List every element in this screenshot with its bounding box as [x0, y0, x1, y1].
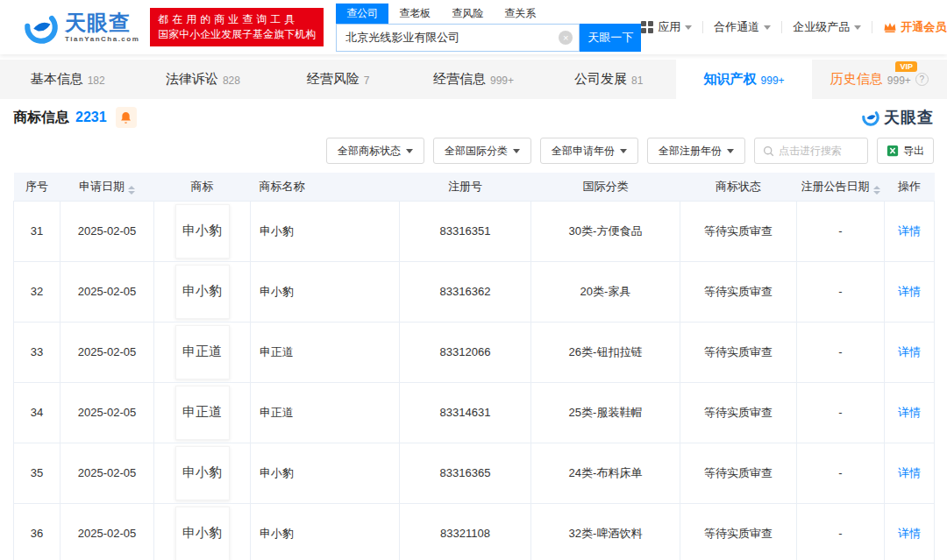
company-tabbar: 基本信息 182 法律诉讼 828 经营风险 7 经营信息 999+ 公司发展 … [0, 60, 947, 99]
trademark-table: 序号 申请日期 商标 商标名称 注册号 国际分类 商标状态 注册公告日期 操作 … [13, 173, 935, 560]
trademark-image[interactable]: 申小豹 [175, 507, 230, 560]
cell-status: 等待实质审查 [680, 443, 797, 503]
tab-basic-info[interactable]: 基本信息 182 [0, 60, 135, 99]
section-title: 商标信息 [13, 109, 69, 127]
section-count: 2231 [75, 110, 107, 125]
trademark-image[interactable]: 申小豹 [175, 446, 230, 500]
menu-apps[interactable]: 应用 [641, 19, 692, 35]
sort-icon [128, 186, 135, 195]
filter-register-year[interactable]: 全部注册年份 [647, 138, 745, 164]
trademark-image[interactable]: 申小豹 [175, 204, 230, 259]
table-row: 35 2025-02-05 申小豹 申小豹 83316365 24类-布料床单 … [14, 443, 935, 503]
cell-mark-image: 申小豹 [154, 261, 251, 322]
navbar-menu: 应用 合作通道 企业级产品 开通会员 [641, 18, 947, 37]
cell-reg-number: 83316362 [400, 261, 531, 322]
subscribe-bell-button[interactable] [116, 107, 137, 128]
trademark-image[interactable]: 申正道 [175, 325, 230, 379]
filter-label: 全部商标状态 [338, 144, 401, 159]
tab-label: 经营信息 [433, 71, 486, 88]
tab-operation-info[interactable]: 经营信息 999+ [406, 60, 541, 99]
cell-publish-date: - [797, 503, 885, 560]
filter-apply-year[interactable]: 全部申请年份 [540, 138, 638, 164]
chevron-down-icon [406, 149, 413, 153]
menu-vip[interactable]: 开通会员 [883, 19, 947, 35]
help-icon[interactable]: ? [915, 73, 929, 86]
col-publish-date-sort[interactable]: 注册公告日期 [797, 173, 885, 201]
trademark-image[interactable]: 申正道 [175, 386, 230, 440]
cell-index: 33 [14, 322, 61, 382]
cell-mark-image: 申正道 [154, 382, 251, 443]
detail-link[interactable]: 详情 [898, 406, 921, 419]
tianyancha-logo-icon [23, 9, 60, 46]
col-apply-date-sort[interactable]: 申请日期 [61, 173, 154, 201]
tab-label: 知识产权 [704, 71, 757, 88]
tab-history-info[interactable]: VIP 历史信息 999+ ? [812, 60, 947, 99]
cell-action: 详情 [885, 261, 935, 322]
col-action: 操作 [885, 173, 935, 201]
table-search-box [754, 138, 868, 164]
table-row: 34 2025-02-05 申正道 申正道 83314631 25类-服装鞋帽 … [14, 382, 935, 443]
tab-operation-risk[interactable]: 经营风险 7 [271, 60, 406, 99]
tab-count: 81 [631, 74, 643, 87]
divider [872, 21, 872, 33]
tab-company-development[interactable]: 公司发展 81 [541, 60, 676, 99]
tab-label: 经营风险 [307, 71, 360, 88]
cell-mark-name: 申正道 [251, 322, 400, 382]
search-input-wrap: × [336, 24, 580, 52]
cell-intl-class: 32类-啤酒饮料 [531, 503, 680, 560]
tab-intellectual-property[interactable]: 知识产权 999+ [676, 60, 811, 99]
cell-status: 等待实质审查 [680, 201, 797, 261]
promo-line1: 都在用的商业查询工具 [158, 12, 316, 27]
search-input[interactable] [336, 24, 580, 52]
apps-grid-icon [641, 21, 653, 33]
cell-mark-name: 申正道 [251, 382, 400, 443]
detail-link[interactable]: 详情 [898, 224, 921, 237]
promo-line2: 国家中小企业发展子基金旗下机构 [158, 27, 316, 42]
cell-mark-image: 申小豹 [154, 201, 251, 261]
menu-partner[interactable]: 合作通道 [714, 19, 771, 35]
divider [702, 21, 703, 33]
top-navbar: 天眼查 TianYanCha.com 都在用的商业查询工具 国家中小企业发展子基… [0, 0, 947, 54]
excel-icon [886, 145, 899, 157]
cell-apply-date: 2025-02-05 [61, 443, 154, 503]
table-search-input[interactable] [779, 145, 859, 157]
promo-banner: 都在用的商业查询工具 国家中小企业发展子基金旗下机构 [150, 8, 324, 46]
tianyancha-logo[interactable]: 天眼查 TianYanCha.com [23, 9, 139, 46]
chevron-down-icon [854, 25, 861, 30]
filter-label: 全部注册年份 [659, 144, 722, 159]
search-tab-risk[interactable]: 查风险 [441, 4, 494, 24]
cell-intl-class: 25类-服装鞋帽 [531, 382, 680, 443]
search-tab-boss[interactable]: 查老板 [388, 4, 441, 24]
table-row: 32 2025-02-05 申小豹 申小豹 83316362 20类-家具 等待… [14, 261, 935, 322]
menu-vip-label: 开通会员 [901, 19, 946, 35]
trademark-image[interactable]: 申小豹 [175, 265, 230, 319]
cell-reg-number: 83321108 [400, 503, 531, 560]
tab-count: 999+ [490, 74, 514, 87]
search-button[interactable]: 天眼一下 [580, 24, 641, 52]
cell-reg-number: 83316351 [400, 201, 531, 261]
detail-link[interactable]: 详情 [898, 527, 921, 540]
detail-link[interactable]: 详情 [898, 466, 921, 479]
trademark-section: 商标信息 2231 天眼查 全部商标状态 全部国际分类 全部申请年 [0, 99, 947, 560]
detail-link[interactable]: 详情 [898, 285, 921, 298]
filter-label: 全部申请年份 [552, 144, 615, 159]
logo-subtitle: TianYanCha.com [65, 35, 139, 43]
filter-label: 全部国际分类 [445, 144, 508, 159]
search-tab-company[interactable]: 查公司 [336, 4, 388, 24]
chevron-down-icon [620, 149, 627, 153]
export-button[interactable]: 导出 [877, 138, 934, 164]
filter-trademark-status[interactable]: 全部商标状态 [326, 138, 424, 164]
table-row: 33 2025-02-05 申正道 申正道 83312066 26类-钮扣拉链 … [14, 322, 935, 382]
cell-index: 35 [14, 443, 61, 503]
menu-enterprise[interactable]: 企业级产品 [793, 19, 861, 35]
search-tab-relation[interactable]: 查关系 [494, 4, 546, 24]
tab-count: 7 [364, 74, 370, 87]
cell-intl-class: 26类-钮扣拉链 [531, 322, 680, 382]
tab-legal[interactable]: 法律诉讼 828 [135, 60, 270, 99]
cell-status: 等待实质审查 [680, 322, 797, 382]
filter-intl-class[interactable]: 全部国际分类 [433, 138, 531, 164]
clear-icon[interactable]: × [559, 31, 573, 45]
cell-publish-date: - [797, 382, 885, 443]
detail-link[interactable]: 详情 [898, 345, 921, 358]
col-intl-class: 国际分类 [531, 173, 680, 201]
